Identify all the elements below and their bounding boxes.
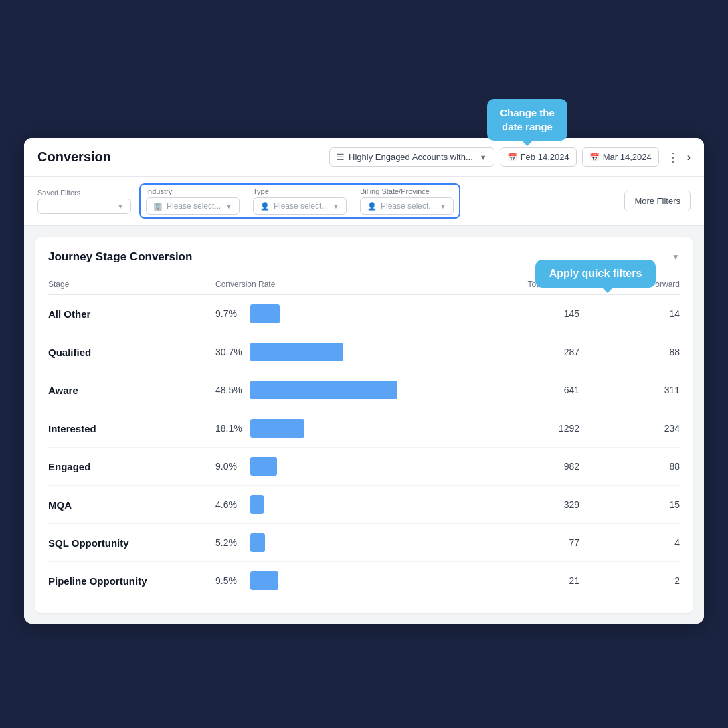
- conversion-bar: [250, 381, 397, 399]
- total-accounts: 77: [479, 537, 579, 548]
- converted-forward: 234: [579, 423, 680, 434]
- converted-forward: 88: [579, 461, 680, 472]
- type-chevron-icon: ▼: [333, 203, 339, 210]
- date-to-badge[interactable]: 📅 Mar 14,2024: [582, 147, 659, 167]
- date-from-badge[interactable]: 📅 Feb 14,2024: [500, 147, 577, 167]
- table-row: Qualified 30.7% 287 88: [48, 333, 680, 371]
- converted-forward: 4: [579, 537, 680, 548]
- bar-container: [250, 343, 397, 361]
- rate-text: 9.5%: [215, 575, 244, 586]
- bar-container: [250, 304, 397, 323]
- total-accounts: 982: [479, 461, 579, 472]
- next-nav-button[interactable]: ›: [687, 151, 691, 163]
- rate-cell: 9.0%: [215, 457, 479, 476]
- total-accounts: 145: [479, 308, 579, 319]
- table-row: Pipeline Opportunity 9.5% 21 2: [48, 562, 680, 600]
- table-row: Engaged 9.0% 982 88: [48, 448, 680, 486]
- type-icon: 👤: [260, 202, 270, 211]
- table-row: Interested 18.1% 1292 234: [48, 410, 680, 448]
- segment-selector[interactable]: ☰ Highly Engaged Accounts with... ▼: [329, 147, 494, 167]
- type-select[interactable]: 👤 Please select... ▼: [253, 197, 347, 215]
- stage-name: Interested: [48, 423, 215, 434]
- conversion-bar: [250, 304, 280, 323]
- billing-filter-group: Billing State/Province 👤 Please select..…: [360, 187, 454, 215]
- rate-cell: 18.1%: [215, 419, 479, 438]
- type-placeholder: Please select...: [274, 201, 328, 211]
- tooltip-filters-text: Apply quick filters: [549, 268, 642, 279]
- conversion-bar: [250, 571, 278, 590]
- table-row: SQL Opportunity 5.2% 77 4: [48, 524, 680, 562]
- rate-text: 5.2%: [215, 537, 244, 548]
- table-row: All Other 9.7% 145 14: [48, 295, 680, 333]
- total-accounts: 329: [479, 499, 579, 510]
- journey-stage-card: Journey Stage Conversion ▼ Stage Convers…: [35, 237, 693, 613]
- type-filter-group: Type 👤 Please select... ▼: [253, 187, 347, 215]
- rate-text: 30.7%: [215, 347, 244, 357]
- date-from-icon: 📅: [507, 153, 517, 162]
- segment-icon: ☰: [337, 152, 345, 162]
- bar-container: [250, 457, 397, 476]
- conversion-bar: [250, 457, 277, 476]
- rate-text: 9.7%: [215, 308, 244, 319]
- outer-wrapper: Change thedate range Apply quick filters…: [13, 94, 715, 634]
- converted-forward: 88: [579, 347, 680, 357]
- bar-container: [250, 533, 397, 552]
- filters-bar: Saved Filters ▼ Industry 🏢 Please select…: [24, 177, 704, 226]
- date-from: Feb 14,2024: [521, 152, 569, 162]
- card-title: Journey Stage Conversion: [48, 250, 192, 264]
- rate-cell: 9.7%: [215, 304, 479, 323]
- table-row: MQA 4.6% 329 15: [48, 486, 680, 524]
- bar-container: [250, 381, 397, 399]
- stage-name: MQA: [48, 499, 215, 511]
- industry-filter-group: Industry 🏢 Please select... ▼: [146, 187, 240, 215]
- date-to-icon: 📅: [589, 153, 600, 162]
- billing-icon: 👤: [367, 202, 377, 211]
- rate-text: 18.1%: [215, 423, 244, 434]
- table-body: All Other 9.7% 145 14 Qualified 30.7% 28…: [48, 295, 680, 600]
- total-accounts: 21: [479, 575, 579, 586]
- total-accounts: 287: [479, 347, 579, 357]
- bar-container: [250, 495, 397, 514]
- industry-placeholder: Please select...: [167, 201, 221, 211]
- bar-container: [250, 571, 397, 590]
- header: Conversion ☰ Highly Engaged Accounts wit…: [24, 138, 704, 177]
- stage-name: All Other: [48, 308, 215, 320]
- rate-cell: 30.7%: [215, 343, 479, 361]
- tooltip-date-text: Change thedate range: [500, 107, 555, 132]
- saved-filters-chevron: ▼: [117, 203, 124, 210]
- industry-inner: Industry 🏢 Please select... ▼ Type 👤 Ple…: [146, 187, 454, 215]
- converted-forward: 2: [579, 575, 680, 586]
- conversion-bar: [250, 343, 343, 361]
- total-accounts: 641: [479, 385, 579, 395]
- stage-name: Aware: [48, 385, 215, 396]
- segment-chevron-icon: ▼: [480, 153, 487, 161]
- industry-chevron-icon: ▼: [225, 203, 232, 210]
- table-row: Aware 48.5% 641 311: [48, 371, 680, 410]
- conversion-bar: [250, 533, 265, 552]
- rate-cell: 9.5%: [215, 571, 479, 590]
- more-filters-button[interactable]: More Filters: [624, 191, 691, 211]
- industry-icon: 🏢: [153, 202, 163, 211]
- converted-forward: 15: [579, 499, 680, 510]
- industry-select[interactable]: 🏢 Please select... ▼: [146, 197, 240, 215]
- col-conversion-rate: Conversion Rate: [215, 280, 479, 289]
- saved-filters-label: Saved Filters: [37, 189, 131, 197]
- col-stage: Stage: [48, 280, 215, 289]
- more-options-button[interactable]: ⋮: [664, 150, 682, 165]
- stage-name: SQL Opportunity: [48, 537, 215, 549]
- conversion-bar: [250, 495, 264, 514]
- billing-select[interactable]: 👤 Please select... ▼: [360, 197, 454, 215]
- billing-chevron-icon: ▼: [440, 203, 446, 210]
- saved-filters-group: Saved Filters ▼: [37, 189, 131, 214]
- header-right: ☰ Highly Engaged Accounts with... ▼ 📅 Fe…: [329, 147, 691, 167]
- converted-forward: 311: [579, 385, 680, 395]
- rate-cell: 48.5%: [215, 381, 479, 399]
- app-container: Conversion ☰ Highly Engaged Accounts wit…: [24, 138, 704, 624]
- stage-name: Pipeline Opportunity: [48, 575, 215, 587]
- card-collapse-icon[interactable]: ▼: [672, 252, 680, 262]
- billing-label: Billing State/Province: [360, 187, 454, 195]
- tooltip-filters: Apply quick filters: [535, 260, 656, 288]
- rate-text: 9.0%: [215, 461, 244, 472]
- tooltip-date: Change thedate range: [487, 99, 567, 141]
- saved-filters-select[interactable]: ▼: [37, 199, 131, 214]
